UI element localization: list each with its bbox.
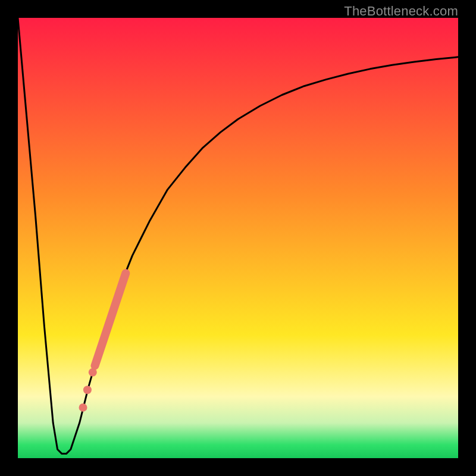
marker-dots [79,368,97,412]
highlighted-range-marker [95,273,126,365]
plot-area [18,18,458,458]
chart-frame: TheBottleneck.com [0,0,476,476]
marker-dot [89,368,97,377]
watermark-text: TheBottleneck.com [344,4,458,19]
marker-dot [79,403,87,412]
curve-layer [18,18,458,458]
marker-dot [83,386,92,394]
